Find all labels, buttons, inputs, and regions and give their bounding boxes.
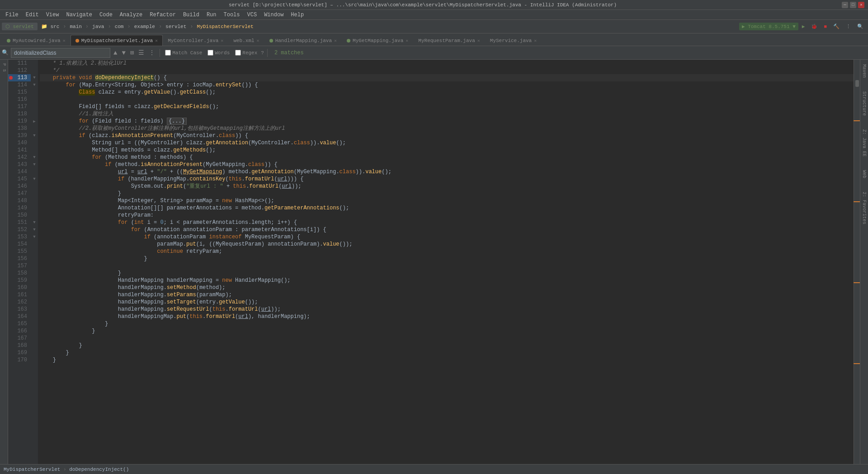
- gutter-119[interactable]: ▶: [31, 118, 38, 125]
- match-case-checkbox[interactable]: [165, 50, 171, 56]
- code-line-147: }: [40, 190, 854, 197]
- line-143: 143: [8, 161, 31, 168]
- gutter-118: [31, 110, 38, 118]
- menu-help[interactable]: Help: [287, 11, 307, 19]
- menu-window[interactable]: Window: [260, 11, 287, 19]
- fold-152[interactable]: ▼: [33, 228, 35, 232]
- maximize-button[interactable]: □: [850, 2, 856, 8]
- gutter-113[interactable]: ▼: [31, 74, 38, 81]
- debug-button[interactable]: 🐞: [808, 23, 820, 30]
- search-results: 2 matches: [271, 50, 307, 56]
- menu-edit[interactable]: Edit: [22, 11, 42, 19]
- fold-139[interactable]: ▼: [33, 133, 35, 138]
- search-next-button[interactable]: ▼: [120, 49, 127, 57]
- gutter-152[interactable]: ▼: [31, 226, 38, 233]
- search-more-button[interactable]: ⋮: [147, 49, 156, 57]
- line-160: 160: [8, 284, 31, 291]
- tab-myautowired[interactable]: MyAutowired.java ✕: [2, 35, 71, 46]
- maven-panel-icon[interactable]: Maven: [862, 64, 867, 78]
- code-line-164: handlerMappingMap.put(this.formatUrl(url…: [40, 313, 854, 320]
- gutter-143[interactable]: ▼: [31, 161, 38, 168]
- structure-side-icon[interactable]: Structure: [862, 91, 867, 116]
- close-button[interactable]: ✕: [858, 2, 864, 8]
- menu-build[interactable]: Build: [179, 11, 203, 19]
- menu-analyze[interactable]: Analyze: [116, 11, 146, 19]
- menu-refactor[interactable]: Refactor: [146, 11, 179, 19]
- menu-bar: File Edit View Navigate Code Analyze Ref…: [0, 10, 868, 20]
- main-label: main: [67, 23, 84, 30]
- gutter-114[interactable]: ▼: [31, 81, 38, 89]
- code-line-114: for (Map.Entry<String, Object> entry : i…: [40, 81, 854, 89]
- words-checkbox[interactable]: [208, 50, 213, 56]
- example-label: example: [132, 23, 158, 30]
- fold-143[interactable]: ▼: [33, 162, 35, 167]
- tab-mycontroller[interactable]: MyController.java ✕: [163, 35, 228, 46]
- menu-vcs[interactable]: VCS: [244, 11, 261, 19]
- stop-button[interactable]: ■: [821, 23, 830, 30]
- close-tab-myrequestparam[interactable]: ✕: [477, 38, 480, 43]
- code-line-112: */: [40, 67, 854, 74]
- menu-navigate[interactable]: Navigate: [62, 11, 96, 19]
- build-button[interactable]: 🔨: [830, 23, 842, 30]
- fold-114[interactable]: ▼: [33, 83, 35, 87]
- run-config[interactable]: ▶ Tomcat 8.5.751 ▼: [739, 23, 798, 30]
- line-151: 151: [8, 219, 31, 226]
- match-case-option[interactable]: Match Case: [163, 50, 204, 56]
- fold-142[interactable]: ▼: [33, 155, 35, 160]
- structure-panel-icon[interactable]: S: [2, 69, 6, 71]
- tab-myrequestparam[interactable]: MyRequestParam.java ✕: [413, 35, 485, 46]
- regex-checkbox[interactable]: [235, 50, 241, 56]
- gutter-153[interactable]: ▼: [31, 233, 38, 241]
- fold-153[interactable]: ▼: [33, 235, 35, 239]
- run-button[interactable]: ▶: [799, 23, 808, 30]
- close-tab-mydispatcher[interactable]: ✕: [155, 38, 158, 43]
- search-everywhere[interactable]: 🔍: [854, 23, 866, 30]
- code-line-155: continue retryParam;: [40, 248, 854, 255]
- right-scrollbar-panel[interactable]: [854, 60, 860, 464]
- code-column[interactable]: * 1.依赖注入 2.初始化lUrl */ private void doDep…: [38, 60, 854, 464]
- web-icon[interactable]: Web: [862, 170, 867, 178]
- window-controls: ─ □ ✕: [842, 2, 864, 8]
- tab-myservice[interactable]: MyService.java ✕: [485, 35, 542, 46]
- fold-119[interactable]: ▶: [33, 119, 35, 124]
- menu-view[interactable]: View: [42, 11, 63, 19]
- close-tab-handlermapping[interactable]: ✕: [334, 38, 337, 43]
- search-options-button[interactable]: ☰: [137, 49, 146, 57]
- tab-mydispatcherservlet[interactable]: MyDispatcherServlet.java ✕: [71, 35, 163, 46]
- tab-webxml[interactable]: web.xml ✕: [228, 35, 264, 46]
- fold-113[interactable]: ▼: [33, 76, 35, 80]
- more-toolbar[interactable]: ⋮: [843, 23, 854, 30]
- search-input[interactable]: [11, 48, 110, 58]
- gutter-141: [31, 147, 38, 154]
- search-prev-button[interactable]: ▲: [112, 49, 118, 57]
- close-tab-myservice[interactable]: ✕: [534, 38, 537, 43]
- search-filter-button[interactable]: ⊞: [129, 49, 135, 57]
- menu-code[interactable]: Code: [96, 11, 116, 19]
- regex-option[interactable]: Regex: [233, 50, 259, 56]
- project-panel-icon[interactable]: P: [2, 63, 6, 66]
- favorites-icon[interactable]: 2: Favorites: [862, 192, 867, 224]
- menu-run[interactable]: Run: [203, 11, 220, 19]
- tab-handlermapping[interactable]: HandlerMapping.java ✕: [264, 35, 342, 46]
- line-139: 139: [8, 132, 31, 139]
- scroll-thumb[interactable]: [855, 80, 859, 87]
- gutter-139[interactable]: ▼: [31, 132, 38, 139]
- fold-145[interactable]: ▼: [33, 177, 35, 181]
- fold-151[interactable]: ▼: [33, 220, 35, 225]
- code-line-154: paramMap.put(i, ((MyRequestParam) annota…: [40, 241, 854, 248]
- close-tab-myautowired[interactable]: ✕: [63, 38, 66, 43]
- close-tab-mycontroller[interactable]: ✕: [221, 38, 223, 43]
- words-option[interactable]: Words: [206, 50, 231, 56]
- menu-file[interactable]: File: [2, 11, 22, 19]
- minimize-button[interactable]: ─: [842, 2, 848, 8]
- close-tab-mygetmapping[interactable]: ✕: [406, 38, 408, 43]
- gutter-151[interactable]: ▼: [31, 219, 38, 226]
- project-icon[interactable]: ⬡ servlet: [2, 23, 38, 30]
- java-ee-icon[interactable]: Z: Java EE: [862, 129, 867, 156]
- menu-tools[interactable]: Tools: [220, 11, 244, 19]
- gutter-145[interactable]: ▼: [31, 175, 38, 183]
- code-line-150: retryParam:: [40, 212, 854, 219]
- gutter-142[interactable]: ▼: [31, 154, 38, 161]
- tab-mygetmapping[interactable]: MyGetMapping.java ✕: [342, 35, 413, 46]
- close-tab-webxml[interactable]: ✕: [257, 38, 259, 43]
